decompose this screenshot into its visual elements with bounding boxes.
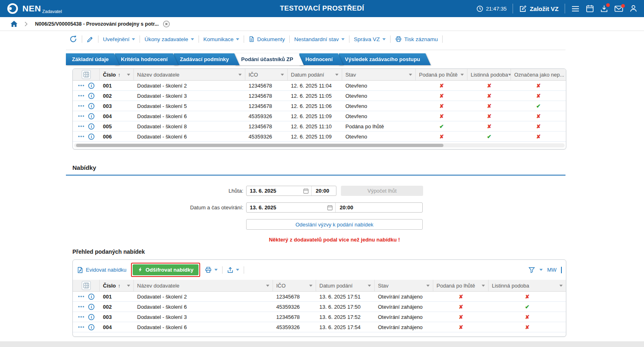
calendar-icon[interactable] [327, 205, 333, 211]
table-row[interactable]: i 003 Dodavatel - školení 5 12345678 12.… [73, 101, 566, 111]
column-header-podana-po-lhute[interactable]: Podaná po lhůtě [433, 280, 489, 291]
register-offer-link[interactable]: Evidovat nabídku [77, 267, 127, 273]
row-menu-icon[interactable] [78, 294, 85, 299]
tab-hodnoceni[interactable]: Hodnocení [299, 53, 343, 65]
info-icon[interactable]: i [88, 92, 95, 99]
horizontal-scrollbar[interactable] [74, 143, 565, 147]
row-menu-icon[interactable] [78, 114, 85, 118]
menu-dokumenty[interactable]: Dokumenty [249, 36, 285, 42]
deadline-time-value[interactable]: 20:00 [312, 188, 336, 194]
column-chooser[interactable] [73, 69, 100, 80]
row-menu-icon[interactable] [78, 83, 85, 88]
edit-pencil-icon[interactable] [87, 36, 94, 43]
send-call-button[interactable]: Odeslání výzvy k podání nabídek [246, 219, 423, 230]
filter-icon[interactable] [127, 285, 130, 287]
info-icon[interactable]: i [88, 314, 95, 321]
tab-zakladni-udaje[interactable]: Základní údaje [66, 53, 119, 65]
calendar-icon[interactable] [303, 188, 309, 194]
info-icon[interactable]: i [88, 293, 95, 300]
filter-icon[interactable] [238, 74, 242, 76]
session-timer[interactable]: 21:47:35 [476, 5, 507, 12]
tab-zadavaci-podminky[interactable]: Zadávací podmínky [174, 53, 240, 65]
table-row[interactable]: i 001 Dodavatel - školení 2 12345678 13.… [73, 292, 566, 302]
column-header-datum[interactable]: Datum podání [316, 280, 375, 291]
column-header-datum[interactable]: Datum podání [288, 69, 342, 80]
tab-kriteria-hodnoceni[interactable]: Kritéria hodnocení [115, 53, 178, 65]
row-menu-icon[interactable] [78, 134, 85, 138]
opening-time-value[interactable]: 20:00 [336, 204, 422, 211]
column-header-nazev[interactable]: Název dodavatele [134, 280, 273, 291]
home-icon[interactable] [10, 20, 18, 27]
menu-ukony-zadavatele[interactable]: Úkony zadavatele [144, 36, 194, 42]
scrollbar-thumb[interactable] [76, 144, 443, 147]
tab-podani-ucastniku-zp[interactable]: Podání účastníků ZP [235, 53, 304, 65]
opening-date-value[interactable]: 13. 6. 2025 [247, 204, 327, 211]
menu-uverejneni[interactable]: Uveřejnění [103, 36, 135, 42]
row-menu-icon[interactable] [78, 124, 85, 128]
menu-tisk-zaznamu[interactable]: Tisk záznamu [395, 36, 438, 42]
filter-icon[interactable] [508, 74, 511, 76]
info-icon[interactable]: i [88, 303, 95, 310]
filter-icon[interactable] [368, 285, 371, 287]
decrypt-offers-button[interactable]: Odšifrovat nabídky [133, 264, 199, 275]
row-menu-icon[interactable] [78, 94, 85, 98]
download-icon[interactable] [600, 4, 608, 13]
calculate-deadlines-button[interactable]: Výpočet lhůt [341, 186, 423, 196]
menu-nestandardni-stav[interactable]: Nestandardní stav [294, 36, 345, 42]
column-header-listinna-podoba[interactable]: Listinná podoba [467, 69, 511, 80]
mail-icon[interactable] [614, 5, 623, 12]
breadcrumb-item[interactable]: N006/25/V00005438 - Provozování prodejny… [35, 21, 159, 27]
row-menu-icon[interactable] [78, 325, 85, 329]
column-header-oznacena[interactable]: Označena jako nep... [511, 69, 566, 80]
table-row[interactable]: i 001 Dodavatel - školení 2 12345678 12.… [73, 81, 566, 91]
row-menu-icon[interactable] [78, 315, 85, 319]
opening-field[interactable]: 13. 6. 2025 20:00 [246, 202, 423, 213]
table-row[interactable]: i 006 Dodavatel - školení 6 45359326 12.… [73, 132, 566, 142]
export-button[interactable] [227, 267, 239, 273]
filter-icon[interactable] [409, 74, 412, 76]
filter-funnel-icon[interactable] [528, 267, 535, 273]
filter-icon[interactable] [266, 285, 269, 287]
column-chooser[interactable] [73, 280, 100, 291]
column-header-ico[interactable]: IČO [245, 69, 288, 80]
table-row[interactable]: i 004 Dodavatel - školení 6 45359326 13.… [73, 322, 566, 332]
column-chooser-icon[interactable] [82, 70, 91, 79]
info-icon[interactable]: i [88, 113, 95, 120]
table-row[interactable]: i 003 Dodavatel - školení 3 12345678 13.… [73, 312, 566, 322]
nen-logo-icon[interactable]: NEN Zadavatel [7, 2, 62, 15]
column-header-ico[interactable]: IČO [273, 280, 316, 291]
filter-icon[interactable] [482, 285, 485, 287]
calendar-icon[interactable] [586, 4, 594, 13]
filter-icon[interactable] [461, 74, 464, 76]
column-header-cislo[interactable]: Číslo↑ [100, 280, 134, 291]
filter-icon[interactable] [426, 285, 430, 287]
info-icon[interactable]: i [88, 133, 95, 140]
info-icon[interactable]: i [88, 103, 95, 110]
column-chooser-icon[interactable] [82, 281, 91, 290]
chevron-down-icon[interactable] [539, 269, 543, 271]
column-header-stav[interactable]: Stav [375, 280, 433, 291]
menu-komunikace[interactable]: Komunikace [203, 36, 239, 42]
close-tab-icon[interactable] [163, 20, 170, 28]
table-row[interactable]: i 002 Dodavatel - školení 6 45359326 13.… [73, 302, 566, 312]
user-icon[interactable] [629, 4, 637, 13]
create-vz-button[interactable]: Založit VZ [519, 5, 559, 13]
row-menu-icon[interactable] [78, 104, 85, 108]
tab-vysledek[interactable]: Výsledek zadávacího postupu [339, 53, 431, 65]
column-header-nazev[interactable]: Název dodavatele [134, 69, 245, 80]
column-header-listinna-podoba[interactable]: Listinná podoba [489, 280, 566, 291]
column-header-stav[interactable]: Stav [342, 69, 416, 80]
menu-icon[interactable] [571, 5, 580, 12]
print-button[interactable] [205, 266, 218, 273]
deadline-field[interactable]: 13. 6. 2025 20:00 [246, 186, 336, 196]
filter-icon[interactable] [309, 285, 312, 287]
table-row[interactable]: i 005 Dodavatel - školení 8 12345678 12.… [73, 121, 566, 132]
filter-icon[interactable] [281, 74, 284, 76]
info-icon[interactable]: i [88, 82, 95, 89]
info-icon[interactable]: i [88, 324, 95, 331]
filter-icon[interactable] [127, 74, 130, 76]
back-refresh-icon[interactable] [69, 35, 77, 43]
row-menu-icon[interactable] [78, 305, 85, 309]
table-row[interactable]: i 002 Dodavatel - školení 3 12345678 12.… [73, 91, 566, 101]
filter-icon[interactable] [559, 285, 563, 287]
